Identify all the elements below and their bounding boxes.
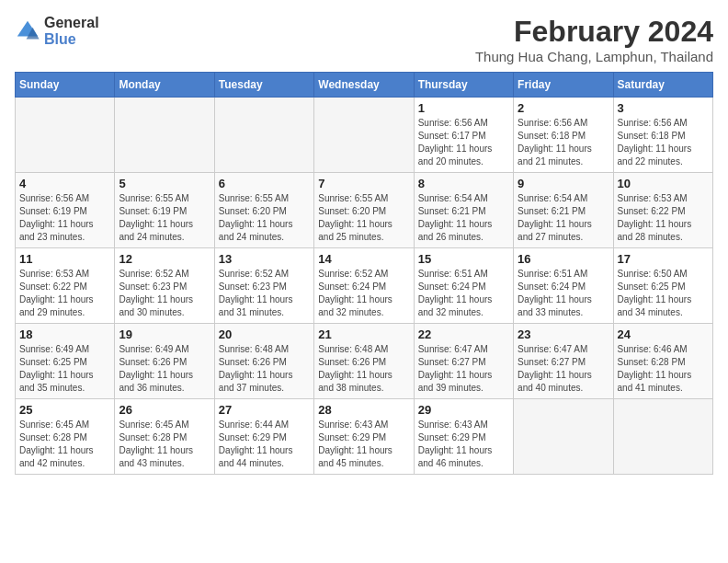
- day-number: 25: [19, 403, 110, 417]
- calendar-cell: 10Sunrise: 6:53 AM Sunset: 6:22 PM Dayli…: [613, 173, 712, 248]
- calendar-cell: 8Sunrise: 6:54 AM Sunset: 6:21 PM Daylig…: [414, 173, 513, 248]
- day-info: Sunrise: 6:56 AM Sunset: 6:18 PM Dayligh…: [618, 117, 709, 168]
- logo: General Blue: [15, 15, 99, 48]
- day-number: 10: [618, 177, 709, 190]
- calendar-cell: 18Sunrise: 6:49 AM Sunset: 6:25 PM Dayli…: [16, 324, 115, 399]
- calendar-cell: 16Sunrise: 6:51 AM Sunset: 6:24 PM Dayli…: [514, 248, 613, 324]
- day-number: 5: [119, 177, 210, 190]
- day-number: 26: [119, 403, 210, 417]
- day-number: 18: [19, 327, 110, 341]
- day-number: 20: [219, 327, 310, 341]
- day-number: 15: [418, 252, 509, 266]
- calendar-cell: 13Sunrise: 6:52 AM Sunset: 6:23 PM Dayli…: [214, 248, 313, 324]
- day-info: Sunrise: 6:48 AM Sunset: 6:26 PM Dayligh…: [219, 343, 310, 395]
- calendar-cell: 12Sunrise: 6:52 AM Sunset: 6:23 PM Dayli…: [115, 248, 214, 324]
- day-info: Sunrise: 6:52 AM Sunset: 6:24 PM Dayligh…: [318, 268, 409, 319]
- day-number: 16: [518, 252, 609, 266]
- calendar-cell: [613, 399, 712, 475]
- calendar-header-row: SundayMondayTuesdayWednesdayThursdayFrid…: [16, 73, 713, 98]
- header-tuesday: Tuesday: [214, 73, 313, 98]
- day-info: Sunrise: 6:52 AM Sunset: 6:23 PM Dayligh…: [119, 268, 210, 319]
- day-info: Sunrise: 6:47 AM Sunset: 6:27 PM Dayligh…: [518, 343, 609, 395]
- day-number: 27: [219, 403, 310, 417]
- day-number: 11: [19, 252, 110, 266]
- day-info: Sunrise: 6:44 AM Sunset: 6:29 PM Dayligh…: [219, 419, 310, 470]
- day-number: 17: [618, 252, 709, 266]
- calendar-week-1: 1Sunrise: 6:56 AM Sunset: 6:17 PM Daylig…: [16, 98, 713, 173]
- day-number: 1: [418, 101, 509, 115]
- logo-text: General Blue: [44, 15, 99, 48]
- day-info: Sunrise: 6:55 AM Sunset: 6:19 PM Dayligh…: [119, 192, 210, 244]
- day-number: 12: [119, 252, 210, 266]
- day-info: Sunrise: 6:48 AM Sunset: 6:26 PM Dayligh…: [318, 343, 409, 395]
- header-friday: Friday: [514, 73, 613, 98]
- header-thursday: Thursday: [414, 73, 513, 98]
- calendar-week-3: 11Sunrise: 6:53 AM Sunset: 6:22 PM Dayli…: [16, 248, 713, 324]
- calendar-cell: 21Sunrise: 6:48 AM Sunset: 6:26 PM Dayli…: [314, 324, 414, 399]
- calendar-cell: 17Sunrise: 6:50 AM Sunset: 6:25 PM Dayli…: [613, 248, 712, 324]
- day-number: 13: [219, 252, 310, 266]
- page-subtitle: Thung Hua Chang, Lamphun, Thailand: [475, 49, 713, 64]
- day-number: 22: [418, 327, 509, 341]
- calendar-cell: 5Sunrise: 6:55 AM Sunset: 6:19 PM Daylig…: [115, 173, 214, 248]
- day-info: Sunrise: 6:54 AM Sunset: 6:21 PM Dayligh…: [518, 192, 609, 244]
- calendar-cell: 9Sunrise: 6:54 AM Sunset: 6:21 PM Daylig…: [514, 173, 613, 248]
- header: General Blue February 2024 Thung Hua Cha…: [15, 15, 713, 64]
- calendar-cell: 26Sunrise: 6:45 AM Sunset: 6:28 PM Dayli…: [115, 399, 214, 475]
- day-info: Sunrise: 6:46 AM Sunset: 6:28 PM Dayligh…: [618, 343, 709, 395]
- day-number: 8: [418, 177, 509, 190]
- day-info: Sunrise: 6:51 AM Sunset: 6:24 PM Dayligh…: [518, 268, 609, 319]
- day-info: Sunrise: 6:53 AM Sunset: 6:22 PM Dayligh…: [618, 192, 709, 244]
- day-number: 6: [219, 177, 310, 190]
- day-info: Sunrise: 6:56 AM Sunset: 6:19 PM Dayligh…: [19, 192, 110, 244]
- day-info: Sunrise: 6:53 AM Sunset: 6:22 PM Dayligh…: [19, 268, 110, 319]
- calendar-week-5: 25Sunrise: 6:45 AM Sunset: 6:28 PM Dayli…: [16, 399, 713, 475]
- calendar-cell: [115, 98, 214, 173]
- calendar-cell: 20Sunrise: 6:48 AM Sunset: 6:26 PM Dayli…: [214, 324, 313, 399]
- calendar-cell: 6Sunrise: 6:55 AM Sunset: 6:20 PM Daylig…: [214, 173, 313, 248]
- calendar-cell: 19Sunrise: 6:49 AM Sunset: 6:26 PM Dayli…: [115, 324, 214, 399]
- calendar-cell: 3Sunrise: 6:56 AM Sunset: 6:18 PM Daylig…: [613, 98, 712, 173]
- calendar-cell: 22Sunrise: 6:47 AM Sunset: 6:27 PM Dayli…: [414, 324, 513, 399]
- day-info: Sunrise: 6:56 AM Sunset: 6:18 PM Dayligh…: [518, 117, 609, 168]
- header-monday: Monday: [115, 73, 214, 98]
- day-info: Sunrise: 6:49 AM Sunset: 6:26 PM Dayligh…: [119, 343, 210, 395]
- day-info: Sunrise: 6:54 AM Sunset: 6:21 PM Dayligh…: [418, 192, 509, 244]
- day-number: 23: [518, 327, 609, 341]
- day-info: Sunrise: 6:49 AM Sunset: 6:25 PM Dayligh…: [19, 343, 110, 395]
- calendar-cell: 24Sunrise: 6:46 AM Sunset: 6:28 PM Dayli…: [613, 324, 712, 399]
- day-info: Sunrise: 6:55 AM Sunset: 6:20 PM Dayligh…: [219, 192, 310, 244]
- day-info: Sunrise: 6:55 AM Sunset: 6:20 PM Dayligh…: [318, 192, 409, 244]
- calendar-cell: [514, 399, 613, 475]
- day-info: Sunrise: 6:45 AM Sunset: 6:28 PM Dayligh…: [119, 419, 210, 470]
- day-info: Sunrise: 6:43 AM Sunset: 6:29 PM Dayligh…: [318, 419, 409, 470]
- logo-icon: [15, 18, 40, 44]
- day-number: 21: [318, 327, 409, 341]
- day-info: Sunrise: 6:50 AM Sunset: 6:25 PM Dayligh…: [618, 268, 709, 319]
- calendar-cell: 14Sunrise: 6:52 AM Sunset: 6:24 PM Dayli…: [314, 248, 414, 324]
- calendar-cell: 1Sunrise: 6:56 AM Sunset: 6:17 PM Daylig…: [414, 98, 513, 173]
- calendar-cell: [214, 98, 313, 173]
- day-number: 2: [518, 101, 609, 115]
- day-number: 28: [318, 403, 409, 417]
- page-title: February 2024: [475, 15, 713, 49]
- calendar-cell: 28Sunrise: 6:43 AM Sunset: 6:29 PM Dayli…: [314, 399, 414, 475]
- calendar-week-2: 4Sunrise: 6:56 AM Sunset: 6:19 PM Daylig…: [16, 173, 713, 248]
- day-number: 4: [19, 177, 110, 190]
- calendar-cell: [16, 98, 115, 173]
- day-info: Sunrise: 6:43 AM Sunset: 6:29 PM Dayligh…: [418, 419, 509, 470]
- calendar-cell: 4Sunrise: 6:56 AM Sunset: 6:19 PM Daylig…: [16, 173, 115, 248]
- day-info: Sunrise: 6:51 AM Sunset: 6:24 PM Dayligh…: [418, 268, 509, 319]
- calendar-cell: [314, 98, 414, 173]
- header-wednesday: Wednesday: [314, 73, 414, 98]
- calendar-week-4: 18Sunrise: 6:49 AM Sunset: 6:25 PM Dayli…: [16, 324, 713, 399]
- day-info: Sunrise: 6:47 AM Sunset: 6:27 PM Dayligh…: [418, 343, 509, 395]
- day-number: 9: [518, 177, 609, 190]
- day-number: 24: [618, 327, 709, 341]
- day-info: Sunrise: 6:52 AM Sunset: 6:23 PM Dayligh…: [219, 268, 310, 319]
- day-number: 7: [318, 177, 409, 190]
- title-area: February 2024 Thung Hua Chang, Lamphun, …: [475, 15, 713, 64]
- day-number: 3: [618, 101, 709, 115]
- header-sunday: Sunday: [16, 73, 115, 98]
- calendar-cell: 29Sunrise: 6:43 AM Sunset: 6:29 PM Dayli…: [414, 399, 513, 475]
